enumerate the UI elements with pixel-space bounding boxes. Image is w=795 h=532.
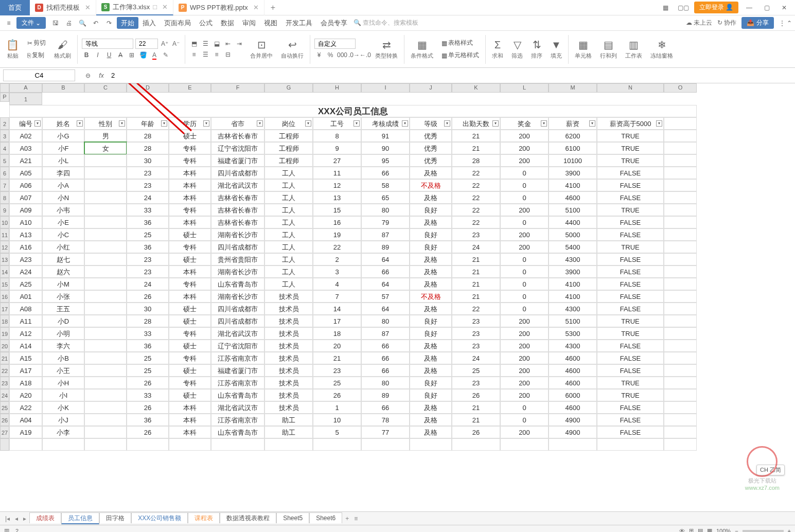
data-cell[interactable]: 26 xyxy=(452,426,500,438)
bold-icon[interactable]: B xyxy=(82,50,91,60)
data-cell[interactable]: 87 xyxy=(361,228,410,241)
data-cell[interactable]: 4 xyxy=(313,278,361,290)
data-cell[interactable]: 工程师 xyxy=(264,130,313,142)
data-cell[interactable]: TRUE xyxy=(597,327,664,340)
data-cell[interactable]: 技术员 xyxy=(264,401,313,414)
title-cell[interactable]: XXX公司员工信息 xyxy=(9,105,697,117)
data-cell[interactable]: 0 xyxy=(500,303,549,315)
data-cell[interactable]: 66 xyxy=(361,340,410,352)
row-header[interactable]: 22 xyxy=(0,364,9,377)
data-cell[interactable]: FALSE xyxy=(597,401,664,414)
data-cell[interactable]: FALSE xyxy=(597,352,664,364)
data-cell[interactable]: 14 xyxy=(313,303,361,315)
data-cell[interactable]: 66 xyxy=(361,401,410,414)
font-name-select[interactable] xyxy=(82,39,133,49)
add-sheet-button[interactable]: + xyxy=(343,515,351,522)
data-cell[interactable]: 64 xyxy=(361,303,410,315)
data-cell[interactable]: 及格 xyxy=(410,278,452,290)
row-header[interactable]: 27 xyxy=(0,426,9,438)
grid-icon[interactable]: ▦ xyxy=(659,4,673,11)
close-tab-icon[interactable]: ✕ xyxy=(162,3,168,11)
data-cell[interactable]: TRUE xyxy=(597,241,664,253)
data-cell[interactable]: 本科 xyxy=(169,426,211,438)
column-header[interactable]: A xyxy=(9,83,42,93)
data-cell[interactable]: 工人 xyxy=(264,278,313,290)
data-cell[interactable]: 不及格 xyxy=(410,290,452,303)
data-cell[interactable]: A20 xyxy=(9,389,42,401)
file-menu[interactable]: 文件 ⌄ xyxy=(16,17,46,29)
column-header[interactable]: P xyxy=(0,93,9,102)
data-cell[interactable]: 66 xyxy=(361,352,410,364)
highlight-icon[interactable]: ✎ xyxy=(161,50,170,60)
filter-dropdown-icon[interactable]: ▾ xyxy=(656,120,662,127)
data-cell[interactable]: FALSE xyxy=(597,265,664,278)
data-cell[interactable]: 87 xyxy=(361,327,410,340)
data-cell[interactable]: A23 xyxy=(9,253,42,265)
data-cell[interactable]: 王五 xyxy=(42,303,84,315)
row-header[interactable]: 14 xyxy=(0,265,9,278)
menu-tab[interactable]: 公式 xyxy=(195,17,217,29)
view-grid-icon[interactable]: ⊞ xyxy=(689,527,694,532)
close-button[interactable]: ✕ xyxy=(778,4,791,11)
doc-tab[interactable]: D找稻壳模板✕ xyxy=(30,0,96,15)
zoom-slider[interactable] xyxy=(743,530,784,532)
data-cell[interactable]: 23 xyxy=(452,377,500,389)
data-cell[interactable]: 硕士 xyxy=(169,389,211,401)
data-cell[interactable]: 专科 xyxy=(169,278,211,290)
data-cell[interactable]: A02 xyxy=(9,130,42,142)
data-cell[interactable]: 200 xyxy=(500,340,549,352)
data-cell[interactable]: 24 xyxy=(452,241,500,253)
fill-color-icon[interactable]: 🪣 xyxy=(138,50,148,60)
data-cell[interactable]: 5400 xyxy=(549,241,597,253)
number-format-select[interactable] xyxy=(314,39,356,49)
comma-icon[interactable]: 000 xyxy=(337,50,346,60)
data-cell[interactable]: 7 xyxy=(313,290,361,303)
data-cell[interactable]: 28 xyxy=(127,142,169,154)
column-header[interactable]: J xyxy=(410,83,452,93)
data-cell[interactable]: 33 xyxy=(127,204,169,216)
format-painter-icon[interactable]: 🖌 xyxy=(58,39,68,51)
data-cell[interactable]: 36 xyxy=(127,414,169,426)
header-cell[interactable]: 薪资高于5000▾ xyxy=(597,117,664,130)
data-cell[interactable]: TRUE xyxy=(597,142,664,154)
data-cell[interactable]: FALSE xyxy=(597,228,664,241)
data-cell[interactable]: 山东省青岛市 xyxy=(211,426,264,438)
row-header[interactable]: 23 xyxy=(0,377,9,389)
sort-icon[interactable]: ⇅ xyxy=(533,39,541,51)
data-cell[interactable]: A12 xyxy=(9,327,42,340)
data-cell[interactable]: 80 xyxy=(361,204,410,216)
data-cell[interactable]: 200 xyxy=(500,389,549,401)
spreadsheet-grid[interactable]: ABCDEFGHIJKLMNOP1XXX公司员工信息2编号▾姓名▾性别▾年龄▾学… xyxy=(0,83,795,451)
data-cell[interactable]: FALSE xyxy=(597,216,664,228)
redo-icon[interactable]: ↷ xyxy=(103,17,115,29)
column-header[interactable]: C xyxy=(84,83,127,93)
data-cell[interactable] xyxy=(84,241,127,253)
sheet-tab[interactable]: XXX公司销售额 xyxy=(131,512,188,523)
data-cell[interactable]: 小J xyxy=(42,414,84,426)
data-cell[interactable]: 23 xyxy=(127,167,169,179)
data-cell[interactable]: 57 xyxy=(361,290,410,303)
data-cell[interactable]: 12 xyxy=(313,179,361,191)
percent-icon[interactable]: % xyxy=(326,50,335,60)
data-cell[interactable] xyxy=(84,414,127,426)
table-style-button[interactable]: ▦ 表格样式 xyxy=(439,38,481,48)
data-cell[interactable]: 80 xyxy=(361,315,410,327)
data-cell[interactable]: FALSE xyxy=(597,340,664,352)
data-cell[interactable]: TRUE xyxy=(597,204,664,216)
data-cell[interactable]: 小N xyxy=(42,191,84,204)
column-header[interactable]: G xyxy=(264,83,313,93)
data-cell[interactable]: 小G xyxy=(42,130,84,142)
data-cell[interactable]: 30 xyxy=(127,154,169,167)
data-cell[interactable]: 4300 xyxy=(549,253,597,265)
data-cell[interactable]: 0 xyxy=(500,278,549,290)
data-cell[interactable]: 工人 xyxy=(264,228,313,241)
merge-center-icon[interactable]: ⊡ xyxy=(257,39,266,51)
column-header[interactable]: B xyxy=(42,83,84,93)
data-cell[interactable]: 4600 xyxy=(549,377,597,389)
data-cell[interactable]: 工人 xyxy=(264,216,313,228)
data-cell[interactable]: 及格 xyxy=(410,426,452,438)
maximize-button[interactable]: ▢ xyxy=(760,4,773,11)
data-cell[interactable]: 本科 xyxy=(169,167,211,179)
data-cell[interactable]: A04 xyxy=(9,414,42,426)
view-layout-icon[interactable]: ▦ xyxy=(707,527,712,532)
